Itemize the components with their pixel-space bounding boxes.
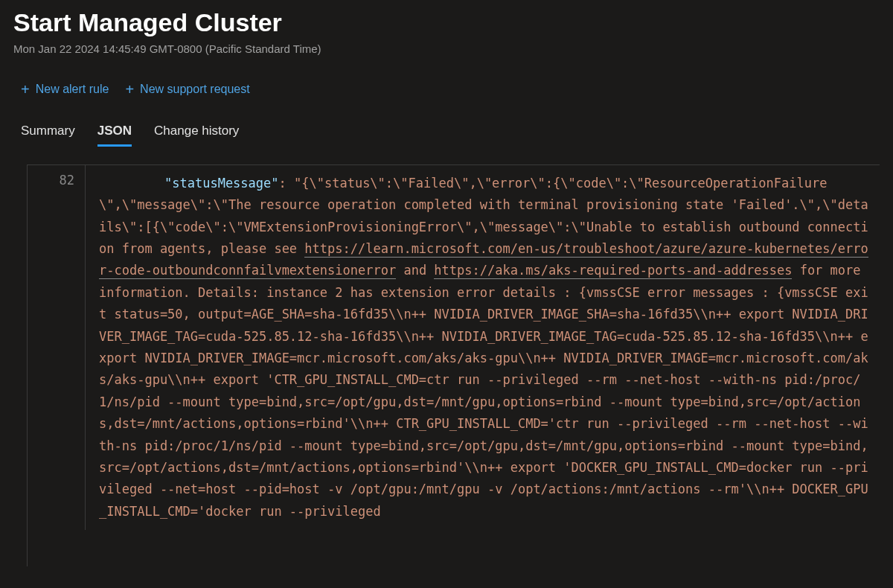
- command-bar: + New alert rule + New support request: [13, 82, 880, 97]
- json-content[interactable]: "statusMessage": "{\"status\":\"Failed\"…: [86, 165, 880, 531]
- json-value-seg3: for more information. Details: instance …: [99, 263, 868, 518]
- new-alert-rule-label: New alert rule: [36, 83, 109, 96]
- new-alert-rule-button[interactable]: + New alert rule: [21, 82, 109, 97]
- tab-bar: Summary JSON Change history: [13, 124, 880, 147]
- plus-icon: +: [21, 82, 30, 97]
- page-title: Start Managed Cluster: [13, 7, 880, 38]
- json-value-seg2: and: [396, 263, 434, 278]
- new-support-request-button[interactable]: + New support request: [125, 82, 249, 97]
- json-viewer[interactable]: 82 "statusMessage": "{\"status\":\"Faile…: [27, 164, 880, 566]
- json-colon: :: [279, 176, 294, 191]
- doc-link-2[interactable]: https://aka.ms/aks-required-ports-and-ad…: [434, 263, 792, 279]
- new-support-request-label: New support request: [140, 83, 250, 96]
- tab-change-history[interactable]: Change history: [154, 124, 239, 147]
- line-number: 82: [28, 165, 86, 531]
- tab-summary[interactable]: Summary: [21, 124, 75, 147]
- json-key: "statusMessage": [164, 176, 279, 191]
- page-timestamp: Mon Jan 22 2024 14:45:49 GMT-0800 (Pacif…: [13, 42, 880, 55]
- plus-icon: +: [125, 82, 134, 97]
- tab-json[interactable]: JSON: [97, 124, 132, 147]
